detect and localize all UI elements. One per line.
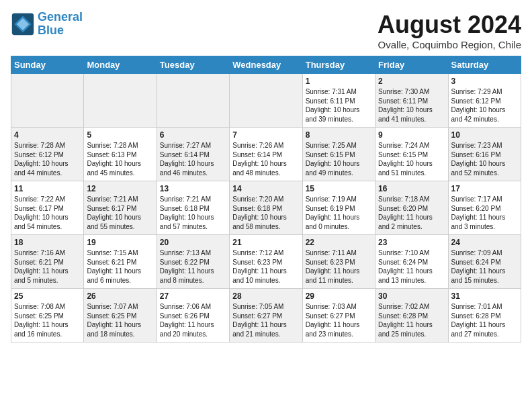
day-info: Sunrise: 7:17 AM Sunset: 6:20 PM Dayligh… xyxy=(451,195,518,231)
calendar-day xyxy=(84,74,157,128)
day-info: Sunrise: 7:23 AM Sunset: 6:16 PM Dayligh… xyxy=(451,141,518,177)
day-info: Sunrise: 7:28 AM Sunset: 6:13 PM Dayligh… xyxy=(87,141,153,177)
weekday-header-friday: Friday xyxy=(375,56,448,74)
day-info: Sunrise: 7:15 AM Sunset: 6:21 PM Dayligh… xyxy=(87,248,153,285)
calendar-day: 25Sunrise: 7:08 AM Sunset: 6:25 PM Dayli… xyxy=(11,289,84,342)
calendar-table: SundayMondayTuesdayWednesdayThursdayFrid… xyxy=(11,56,521,342)
day-number: 3 xyxy=(451,77,518,86)
day-number: 16 xyxy=(378,184,445,193)
day-number: 15 xyxy=(306,184,372,193)
day-number: 4 xyxy=(14,130,81,140)
calendar-day: 10Sunrise: 7:23 AM Sunset: 6:16 PM Dayli… xyxy=(448,128,521,181)
day-number: 23 xyxy=(378,238,445,247)
calendar-day: 4Sunrise: 7:28 AM Sunset: 6:12 PM Daylig… xyxy=(11,128,84,181)
calendar-week-1: 1Sunrise: 7:31 AM Sunset: 6:11 PM Daylig… xyxy=(11,74,521,128)
day-info: Sunrise: 7:30 AM Sunset: 6:11 PM Dayligh… xyxy=(378,87,445,124)
logo-icon xyxy=(11,12,35,36)
calendar-day: 31Sunrise: 7:01 AM Sunset: 6:28 PM Dayli… xyxy=(448,289,521,342)
calendar-day: 21Sunrise: 7:12 AM Sunset: 6:23 PM Dayli… xyxy=(230,235,302,289)
calendar-day: 23Sunrise: 7:10 AM Sunset: 6:24 PM Dayli… xyxy=(375,235,448,289)
day-info: Sunrise: 7:02 AM Sunset: 6:28 PM Dayligh… xyxy=(378,302,445,338)
logo: General Blue xyxy=(11,11,83,38)
weekday-header-monday: Monday xyxy=(84,56,157,74)
day-number: 27 xyxy=(160,291,226,301)
title-block: August 2024 Ovalle, Coquimbo Region, Chi… xyxy=(378,11,521,50)
day-info: Sunrise: 7:25 AM Sunset: 6:15 PM Dayligh… xyxy=(306,141,372,177)
weekday-header-saturday: Saturday xyxy=(448,56,521,74)
day-number: 24 xyxy=(451,238,518,247)
day-info: Sunrise: 7:19 AM Sunset: 6:19 PM Dayligh… xyxy=(306,195,372,231)
day-info: Sunrise: 7:13 AM Sunset: 6:22 PM Dayligh… xyxy=(160,248,226,285)
calendar-day: 28Sunrise: 7:05 AM Sunset: 6:27 PM Dayli… xyxy=(230,289,302,342)
calendar-day: 30Sunrise: 7:02 AM Sunset: 6:28 PM Dayli… xyxy=(375,289,448,342)
day-number: 14 xyxy=(232,184,299,193)
weekday-header-tuesday: Tuesday xyxy=(157,56,229,74)
day-number: 13 xyxy=(160,184,226,193)
day-number: 26 xyxy=(87,291,153,301)
calendar-day: 12Sunrise: 7:21 AM Sunset: 6:17 PM Dayli… xyxy=(84,181,157,235)
day-info: Sunrise: 7:06 AM Sunset: 6:26 PM Dayligh… xyxy=(160,302,226,338)
calendar-day: 19Sunrise: 7:15 AM Sunset: 6:21 PM Dayli… xyxy=(84,235,157,289)
day-info: Sunrise: 7:26 AM Sunset: 6:14 PM Dayligh… xyxy=(232,141,299,177)
day-number: 2 xyxy=(378,77,445,86)
calendar-day xyxy=(157,74,229,128)
day-number: 10 xyxy=(451,130,518,140)
calendar-day xyxy=(230,74,302,128)
day-info: Sunrise: 7:29 AM Sunset: 6:12 PM Dayligh… xyxy=(451,87,518,124)
calendar-day: 18Sunrise: 7:16 AM Sunset: 6:21 PM Dayli… xyxy=(11,235,84,289)
calendar-day: 7Sunrise: 7:26 AM Sunset: 6:14 PM Daylig… xyxy=(230,128,302,181)
day-number: 5 xyxy=(87,130,153,140)
calendar-day: 16Sunrise: 7:18 AM Sunset: 6:20 PM Dayli… xyxy=(375,181,448,235)
calendar-day: 29Sunrise: 7:03 AM Sunset: 6:27 PM Dayli… xyxy=(302,289,375,342)
day-number: 19 xyxy=(87,238,153,247)
day-number: 17 xyxy=(451,184,518,193)
calendar-day xyxy=(11,74,84,128)
day-number: 21 xyxy=(232,238,299,247)
calendar-day: 9Sunrise: 7:24 AM Sunset: 6:15 PM Daylig… xyxy=(375,128,448,181)
calendar-day: 8Sunrise: 7:25 AM Sunset: 6:15 PM Daylig… xyxy=(302,128,375,181)
day-number: 29 xyxy=(306,291,372,301)
calendar-week-3: 11Sunrise: 7:22 AM Sunset: 6:17 PM Dayli… xyxy=(11,181,521,235)
day-number: 11 xyxy=(14,184,81,193)
calendar-day: 26Sunrise: 7:07 AM Sunset: 6:25 PM Dayli… xyxy=(84,289,157,342)
calendar-day: 13Sunrise: 7:21 AM Sunset: 6:18 PM Dayli… xyxy=(157,181,229,235)
day-info: Sunrise: 7:24 AM Sunset: 6:15 PM Dayligh… xyxy=(378,141,445,177)
day-number: 28 xyxy=(232,291,299,301)
calendar-day: 15Sunrise: 7:19 AM Sunset: 6:19 PM Dayli… xyxy=(302,181,375,235)
calendar-week-4: 18Sunrise: 7:16 AM Sunset: 6:21 PM Dayli… xyxy=(11,235,521,289)
day-number: 31 xyxy=(451,291,518,301)
day-number: 6 xyxy=(160,130,226,140)
day-info: Sunrise: 7:11 AM Sunset: 6:23 PM Dayligh… xyxy=(306,248,372,285)
calendar-week-5: 25Sunrise: 7:08 AM Sunset: 6:25 PM Dayli… xyxy=(11,289,521,342)
day-info: Sunrise: 7:21 AM Sunset: 6:18 PM Dayligh… xyxy=(160,195,226,231)
day-info: Sunrise: 7:01 AM Sunset: 6:28 PM Dayligh… xyxy=(451,302,518,338)
calendar-day: 22Sunrise: 7:11 AM Sunset: 6:23 PM Dayli… xyxy=(302,235,375,289)
day-info: Sunrise: 7:31 AM Sunset: 6:11 PM Dayligh… xyxy=(306,87,372,124)
location-subtitle: Ovalle, Coquimbo Region, Chile xyxy=(378,39,521,50)
calendar-day: 20Sunrise: 7:13 AM Sunset: 6:22 PM Dayli… xyxy=(157,235,229,289)
day-info: Sunrise: 7:22 AM Sunset: 6:17 PM Dayligh… xyxy=(14,195,81,231)
calendar-day: 17Sunrise: 7:17 AM Sunset: 6:20 PM Dayli… xyxy=(448,181,521,235)
calendar-day: 24Sunrise: 7:09 AM Sunset: 6:24 PM Dayli… xyxy=(448,235,521,289)
calendar-day: 5Sunrise: 7:28 AM Sunset: 6:13 PM Daylig… xyxy=(84,128,157,181)
day-number: 7 xyxy=(232,130,299,140)
day-info: Sunrise: 7:16 AM Sunset: 6:21 PM Dayligh… xyxy=(14,248,81,285)
day-info: Sunrise: 7:05 AM Sunset: 6:27 PM Dayligh… xyxy=(232,302,299,338)
day-number: 8 xyxy=(306,130,372,140)
day-info: Sunrise: 7:27 AM Sunset: 6:14 PM Dayligh… xyxy=(160,141,226,177)
day-number: 30 xyxy=(378,291,445,301)
page-header: General Blue August 2024 Ovalle, Coquimb… xyxy=(11,11,521,50)
day-number: 18 xyxy=(14,238,81,247)
calendar-day: 6Sunrise: 7:27 AM Sunset: 6:14 PM Daylig… xyxy=(157,128,229,181)
day-info: Sunrise: 7:18 AM Sunset: 6:20 PM Dayligh… xyxy=(378,195,445,231)
weekday-header-sunday: Sunday xyxy=(11,56,84,74)
day-info: Sunrise: 7:08 AM Sunset: 6:25 PM Dayligh… xyxy=(14,302,81,338)
calendar-header-row: SundayMondayTuesdayWednesdayThursdayFrid… xyxy=(11,56,521,74)
weekday-header-wednesday: Wednesday xyxy=(230,56,302,74)
day-number: 9 xyxy=(378,130,445,140)
day-number: 25 xyxy=(14,291,81,301)
day-number: 22 xyxy=(306,238,372,247)
day-info: Sunrise: 7:21 AM Sunset: 6:17 PM Dayligh… xyxy=(87,195,153,231)
calendar-day: 3Sunrise: 7:29 AM Sunset: 6:12 PM Daylig… xyxy=(448,74,521,128)
calendar-week-2: 4Sunrise: 7:28 AM Sunset: 6:12 PM Daylig… xyxy=(11,128,521,181)
